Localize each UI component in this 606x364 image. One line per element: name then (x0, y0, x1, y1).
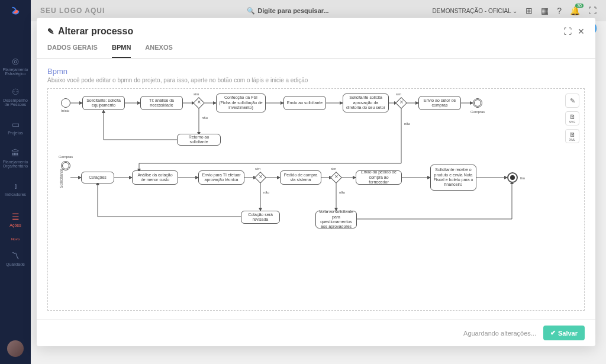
bpmn-task-analise-necessidade[interactable]: TI: análise da necessidade (140, 96, 183, 110)
bpmn-start-event[interactable] (61, 98, 70, 108)
pencil-icon: ✎ (47, 27, 54, 36)
save-status: Aguardando alterações... (463, 330, 536, 337)
modal-alterar-processo: ✎ Alterar processo ⛶ ✕ DADOS GERAIS BPMN… (37, 18, 595, 346)
bpmn-canvas[interactable]: Início Solicitante: solicita equipamento… (47, 88, 585, 311)
bpmn-gateway-3[interactable] (254, 172, 266, 183)
bpmn-gateway-1[interactable] (193, 97, 205, 109)
tab-bpmn[interactable]: BPMN (112, 44, 131, 58)
expand-icon[interactable]: ⛶ (563, 27, 572, 36)
file-icon: 🗎 (569, 131, 576, 138)
tab-anexos[interactable]: ANEXOS (145, 44, 172, 58)
bpmn-toolbar: ✎ 🗎SVG 🗎XML (565, 94, 579, 143)
bpmn-task-pedido-compra-sistema[interactable]: Pedido de compra via sistema (280, 170, 321, 185)
bpmn-task-envio-setor-compras[interactable]: Envio ao setor de compras (418, 96, 461, 110)
bpmn-task-solicitante-recebe[interactable]: Solicitante recebe o produto e envia Not… (430, 165, 476, 191)
modal-title: ✎ Alterar processo (47, 26, 133, 37)
download-xml-button[interactable]: 🗎XML (565, 129, 579, 143)
bpmn-task-aprovacao-diretoria[interactable]: Solicitante solicita aprovação da direto… (343, 94, 389, 112)
bpmn-gateway-4[interactable] (330, 172, 342, 183)
bpmn-intermediate-compras[interactable] (473, 98, 482, 108)
download-svg-button[interactable]: 🗎SVG (565, 111, 579, 125)
section-subtitle: Abaixo você pode editar o bpmn do projet… (47, 77, 585, 83)
bpmn-task-confeccao-fsi[interactable]: Confecção da FSI (Ficha de solicitação d… (216, 94, 266, 112)
modal-footer: Aguardando alterações... ✔ Salvar (37, 319, 595, 346)
bpmn-task-envio-pedido-fornecedor[interactable]: Envio do pedido de compra ao fornecedor (356, 170, 402, 185)
file-icon: 🗎 (569, 113, 576, 120)
pencil-icon: ✎ (570, 97, 575, 105)
bpmn-task-cotacao-revisada[interactable]: Cotação será revisada (241, 211, 280, 224)
check-icon: ✔ (550, 329, 556, 337)
bpmn-task-retorno-solicitante[interactable]: Retorno ao solicitante (177, 134, 221, 146)
save-button[interactable]: ✔ Salvar (543, 326, 585, 340)
tab-dados-gerais[interactable]: DADOS GERAIS (47, 44, 98, 58)
section-title: Bpmn (47, 67, 585, 76)
bpmn-task-cotacoes[interactable]: Cotações (81, 172, 114, 183)
bpmn-start-label: Início (61, 109, 69, 112)
bpmn-lane-solicitante: Solicitante (59, 169, 63, 188)
edit-bpmn-button[interactable]: ✎ (565, 94, 579, 108)
bpmn-intermediate-compras-2[interactable] (61, 161, 70, 170)
bpmn-task-solicita-equipamento[interactable]: Solicitante: solicita equipamento (82, 96, 125, 110)
bpmn-task-volta-solicitante[interactable]: Volta ao solicitante para questionamento… (315, 211, 357, 228)
modal-tabs: DADOS GERAIS BPMN ANEXOS (37, 37, 595, 59)
bpmn-connectors (48, 89, 584, 310)
bpmn-task-envio-solicitante[interactable]: Envio ao solicitante (283, 96, 326, 110)
bpmn-task-analise-cotacao[interactable]: Análise da cotação de menor custo (132, 170, 178, 185)
close-icon[interactable]: ✕ (578, 27, 585, 36)
bpmn-gateway-2[interactable] (395, 97, 407, 109)
bpmn-end-event[interactable] (507, 172, 518, 183)
bpmn-task-envio-ti-aprovacao[interactable]: Envio para TI efetuar aprovação técnica (198, 170, 244, 185)
